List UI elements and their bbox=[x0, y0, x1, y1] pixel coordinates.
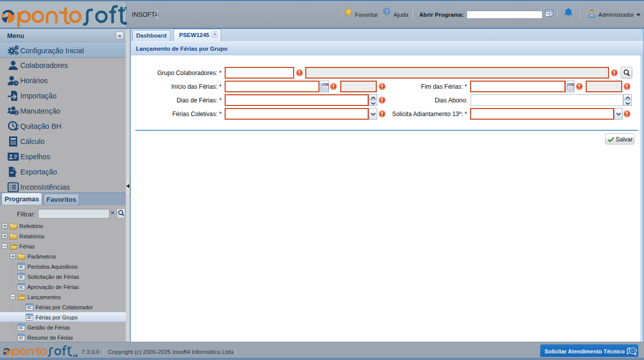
svg-text:?: ? bbox=[385, 9, 388, 14]
